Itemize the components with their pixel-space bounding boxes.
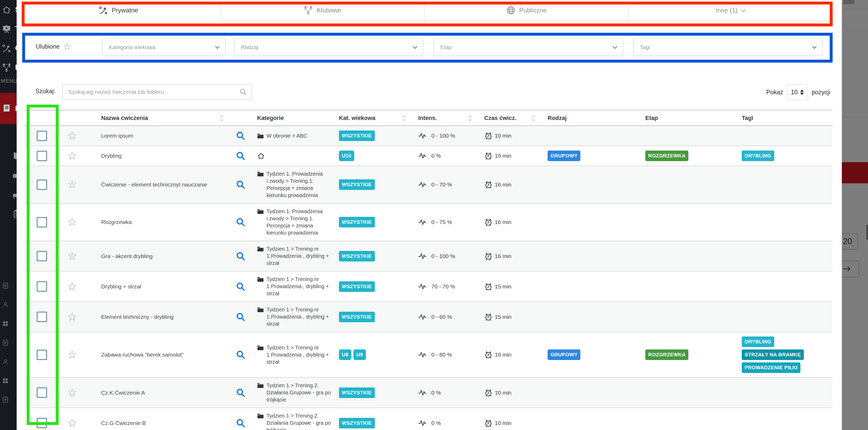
- preview-cell: [236, 251, 257, 261]
- tab-1[interactable]: Prywatne: [17, 0, 220, 21]
- table-body: ☆Lorem ipsumW obronie > ABCWSZYSTKIE0 - …: [25, 126, 832, 430]
- sort-icon[interactable]: [220, 115, 224, 121]
- sidebar-item[interactable]: [12, 151, 17, 162]
- spinner-icon[interactable]: [800, 90, 804, 95]
- row-checkbox[interactable]: [37, 251, 47, 261]
- favorite-star-icon[interactable]: ☆: [59, 418, 85, 429]
- stage-badge: ROZGRZEWKA: [645, 151, 688, 161]
- clock-icon: [484, 218, 493, 226]
- table-header-row: Nazwa ćwiczeniaKategorieKat. wiekowaInte…: [25, 110, 832, 126]
- magnifier-icon[interactable]: [236, 419, 245, 428]
- header-name[interactable]: Nazwa ćwiczenia: [85, 115, 236, 122]
- favorite-star-icon[interactable]: ☆: [59, 281, 85, 292]
- favorite-star-icon[interactable]: ☆: [59, 217, 85, 228]
- star-icon[interactable]: ☆: [63, 42, 71, 51]
- filter-dropdown-4[interactable]: Tagi: [633, 38, 823, 56]
- magnifier-icon[interactable]: [236, 251, 245, 261]
- sidebar-item[interactable]: [12, 171, 17, 182]
- sidebar-item[interactable]: [2, 320, 9, 328]
- row-checkbox[interactable]: [37, 388, 47, 398]
- magnifier-icon[interactable]: [236, 180, 245, 189]
- row-checkbox[interactable]: [37, 151, 47, 161]
- sort-icon[interactable]: [468, 115, 472, 121]
- scrollbar-thumb-vertical[interactable]: [866, 225, 868, 240]
- age-cell: WSZYSTKIE: [339, 281, 418, 292]
- scrollbar-thumb[interactable]: [843, 0, 855, 4]
- sidebar-item[interactable]: [2, 282, 9, 290]
- sidebar-item[interactable]: [2, 396, 9, 404]
- intensity-cell: 0 - 100 %: [418, 132, 484, 140]
- sidebar-item[interactable]: [2, 301, 9, 309]
- tab-2[interactable]: Klubowe: [220, 0, 424, 21]
- row-checkbox[interactable]: [37, 350, 47, 360]
- background-number-input: 20: [842, 233, 858, 250]
- favorite-star-icon[interactable]: ☆: [59, 349, 85, 360]
- category-path: Tydzien 1 > Trening nr 1.Prowadzenia , d…: [267, 245, 329, 267]
- sidebar-item[interactable]: [2, 339, 9, 347]
- age-badge: U9: [353, 349, 366, 360]
- exercise-name: Drybling + strzał: [85, 283, 236, 290]
- magnifier-icon[interactable]: [236, 350, 245, 360]
- favorite-star-icon[interactable]: ☆: [59, 179, 85, 190]
- row-checkbox[interactable]: [37, 131, 47, 141]
- header-age[interactable]: Kat. wiekowa: [339, 115, 418, 122]
- row-checkbox[interactable]: [37, 418, 47, 428]
- exercise-name: Rozgrzewka: [85, 219, 236, 225]
- duration-cell: 10 min: [484, 131, 548, 140]
- tactics-icon: [98, 5, 108, 15]
- favorites-toggle[interactable]: Ulubione ☆: [36, 42, 71, 51]
- magnifier-icon[interactable]: [236, 282, 245, 291]
- sort-icon[interactable]: [531, 115, 535, 121]
- row-checkbox[interactable]: [37, 180, 47, 190]
- category-cell: Tydzien 1 > Trening nr 1.Prowadzenia , d…: [257, 344, 339, 366]
- sidebar-item[interactable]: [12, 209, 17, 220]
- table-row: ☆Drybling + strzałTydzien 1 > Trening nr…: [25, 272, 832, 302]
- table-row: ☆Lorem ipsumW obronie > ABCWSZYSTKIE0 - …: [25, 126, 832, 146]
- page-size-input[interactable]: 10: [787, 84, 808, 100]
- favorite-star-icon[interactable]: ☆: [59, 150, 85, 161]
- sidebar-item[interactable]: [2, 358, 9, 366]
- magnifier-icon[interactable]: [236, 131, 245, 141]
- favorite-star-icon[interactable]: ☆: [59, 387, 85, 398]
- tab-4[interactable]: Inne (1): [628, 0, 832, 21]
- sidebar-item-active[interactable]: D: [0, 93, 17, 124]
- header-kind: Rodzaj: [548, 115, 645, 122]
- tag-badge: DRYBLING: [742, 151, 774, 161]
- tab-label: Publiczne: [519, 7, 547, 14]
- magnifier-icon[interactable]: [236, 151, 245, 161]
- sort-icon[interactable]: [402, 115, 406, 121]
- filter-dropdown-3[interactable]: Etap: [433, 38, 623, 56]
- sidebar-item[interactable]: [12, 191, 17, 201]
- sidebar-item[interactable]: Ć: [0, 38, 17, 58]
- filter-dropdown-1[interactable]: Kategoria wiekowa: [102, 38, 226, 56]
- category-path: Tydzien 1 > Trening 2. Działania Grupowe…: [267, 412, 331, 430]
- table-row: ☆DryblingU100 %10 minGRUPOWYROZGRZEWKADR…: [25, 146, 832, 166]
- magnifier-icon[interactable]: [236, 217, 245, 227]
- intensity-cell: 0 %: [418, 419, 484, 427]
- sidebar-item[interactable]: [2, 377, 9, 386]
- row-checkbox[interactable]: [37, 312, 47, 322]
- background-number-value: 20: [843, 237, 852, 246]
- favorite-star-icon[interactable]: ☆: [59, 311, 85, 322]
- favorite-star-icon[interactable]: ☆: [59, 130, 85, 141]
- exercise-name: Lorem ipsum: [85, 132, 236, 139]
- magnifier-icon[interactable]: [236, 312, 245, 322]
- tab-3[interactable]: Publiczne: [424, 0, 628, 21]
- kind-cell: GRUPOWY: [548, 349, 645, 360]
- sidebar-item[interactable]: T: [0, 19, 17, 39]
- chevron-down-icon: [741, 7, 746, 12]
- dropdown-placeholder: Tagi: [640, 44, 650, 51]
- search-box: [62, 84, 252, 100]
- sidebar-item[interactable]: D: [0, 58, 17, 78]
- magnifier-icon[interactable]: [236, 388, 245, 398]
- doc-icon: [2, 282, 9, 289]
- filter-dropdown-2[interactable]: Rodzaj: [234, 38, 424, 56]
- header-duration[interactable]: Czas ćwicz.: [484, 115, 548, 122]
- row-checkbox[interactable]: [37, 281, 47, 291]
- doc-icon: [2, 339, 9, 346]
- favorite-star-icon[interactable]: ☆: [59, 251, 85, 262]
- header-intensity[interactable]: Intens.: [418, 115, 484, 122]
- sidebar-item[interactable]: S: [0, 0, 17, 20]
- search-input[interactable]: [63, 89, 239, 95]
- row-checkbox[interactable]: [37, 217, 47, 227]
